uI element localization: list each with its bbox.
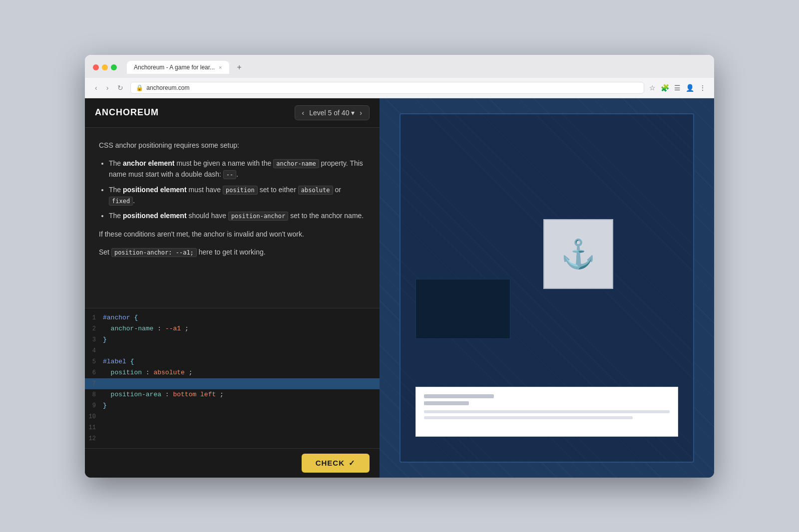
prop-2: position [111, 369, 142, 376]
preview-background: ⚓ [380, 98, 714, 478]
anchor-icon: ⚓ [561, 238, 596, 270]
line-num-2: 2 [85, 325, 103, 332]
val-1: --a1 [165, 325, 181, 332]
check-button[interactable]: CHECK ✓ [302, 454, 370, 473]
menu-icon[interactable]: ☰ [674, 84, 681, 92]
bullet-3: The positioned element should have posit… [109, 210, 366, 221]
line-content-2: anchor-name : --a1 ; [103, 325, 380, 332]
line-num-9: 9 [85, 402, 103, 409]
val-2: absolute [153, 369, 184, 376]
semi-3: ; [220, 391, 224, 398]
colon-1: : [157, 325, 165, 332]
line-content-7[interactable] [103, 380, 380, 387]
intro-text: CSS anchor positioning requires some set… [99, 140, 366, 151]
code-line-6: 6 position : absolute ; [85, 367, 380, 378]
tab-add-icon[interactable]: + [237, 63, 242, 72]
bookmark-icon[interactable]: ☆ [649, 84, 656, 92]
code-line-8: 8 position-area : bottom left ; [85, 389, 380, 400]
line-content-12 [103, 435, 380, 442]
back-button[interactable]: ‹ [93, 83, 99, 93]
prop-3: position-area [111, 391, 161, 398]
check-bar: CHECK ✓ [85, 448, 380, 478]
level-nav: ‹ Level 5 of 40 ▾ › [295, 105, 370, 120]
bullet-1: The anchor element must be given a name … [109, 158, 366, 180]
line-num-1: 1 [85, 314, 103, 321]
line-num-11: 11 [85, 424, 103, 431]
bold-anchor-element: anchor element [123, 159, 174, 167]
semi-1: ; [185, 325, 189, 332]
browser-titlebar: Anchoreum - A game for lear... × + [85, 55, 714, 78]
label-line-1 [424, 394, 494, 398]
left-panel: ANCHOREUM ‹ Level 5 of 40 ▾ › CSS anchor… [85, 98, 380, 478]
bold-positioned-element-1: positioned element [123, 186, 187, 194]
line-num-6: 6 [85, 369, 103, 376]
code-editor[interactable]: 1 #anchor { 2 anchor-name : --a1 ; [85, 308, 380, 448]
line-content-4 [103, 347, 380, 354]
checkmark-icon: ✓ [349, 459, 356, 468]
dark-box [415, 279, 510, 339]
code-line-2: 2 anchor-name : --a1 ; [85, 323, 380, 334]
url-text: anchoreum.com [146, 84, 189, 91]
traffic-lights [93, 64, 117, 70]
line-num-7: 7 [85, 380, 103, 387]
line-content-6: position : absolute ; [103, 369, 380, 376]
bullet-2: The positioned element must have positio… [109, 184, 366, 207]
code-line-9: 9 } [85, 400, 380, 411]
code-line-7[interactable]: 7 [85, 378, 380, 389]
semi-2: ; [189, 369, 193, 376]
selector-2: #label [103, 358, 126, 365]
line-content-8: position-area : bottom left ; [103, 391, 380, 398]
toolbar-icons: ☆ 🧩 ☰ 👤 ⋮ [649, 84, 706, 92]
colon-2: : [146, 369, 154, 376]
line-content-3: } [103, 336, 380, 343]
line-content-1: #anchor { [103, 314, 380, 321]
next-level-button[interactable]: › [360, 109, 362, 117]
code-double-dash: -- [223, 170, 236, 179]
code-absolute: absolute [298, 186, 333, 195]
line-num-3: 3 [85, 336, 103, 343]
code-anchor-name: anchor-name [273, 159, 319, 168]
label-line-3 [424, 410, 670, 413]
right-panel: ⚓ [380, 98, 714, 478]
close-button[interactable] [93, 64, 99, 70]
tab-close-icon[interactable]: × [219, 64, 222, 70]
label-element [415, 387, 678, 437]
code-fixed: fixed [109, 197, 133, 206]
code-position-anchor-value: position-anchor: --a1; [111, 248, 197, 257]
selector-1: #anchor [103, 314, 130, 321]
label-line-2 [424, 401, 469, 405]
refresh-button[interactable]: ↻ [115, 83, 125, 93]
level-indicator[interactable]: Level 5 of 40 ▾ [309, 109, 355, 117]
colon-3: : [165, 391, 173, 398]
line-num-4: 4 [85, 347, 103, 354]
line-num-5: 5 [85, 358, 103, 365]
line-content-11 [103, 424, 380, 431]
profile-icon[interactable]: 👤 [686, 84, 694, 92]
preview-frame: ⚓ [400, 113, 694, 463]
code-position: position [223, 186, 258, 195]
address-bar[interactable]: 🔒 anchoreum.com [130, 82, 644, 94]
footer-text-2: Set position-anchor: --a1; here to get i… [99, 247, 366, 258]
prev-level-button[interactable]: ‹ [302, 109, 305, 117]
forward-button[interactable]: › [104, 83, 111, 93]
bold-positioned-element-2: positioned element [123, 212, 187, 220]
line-content-5: #label { [103, 358, 380, 365]
code-line-5: 5 #label { [85, 356, 380, 367]
footer-set-text: Set [99, 248, 111, 256]
maximize-button[interactable] [111, 64, 117, 70]
more-icon[interactable]: ⋮ [699, 84, 706, 92]
tab-title: Anchoreum - A game for lear... [134, 64, 215, 71]
line-num-8: 8 [85, 391, 103, 398]
app-header: ANCHOREUM ‹ Level 5 of 40 ▾ › [85, 98, 380, 128]
line-content-10 [103, 413, 380, 420]
code-line-12: 12 [85, 433, 380, 444]
minimize-button[interactable] [102, 64, 108, 70]
footer-text-1: If these conditions aren't met, the anch… [99, 229, 366, 240]
browser-tab[interactable]: Anchoreum - A game for lear... × [127, 61, 229, 74]
code-line-3: 3 } [85, 334, 380, 345]
extensions-icon[interactable]: 🧩 [661, 84, 669, 92]
anchor-element: ⚓ [543, 219, 613, 289]
code-line-10: 10 [85, 411, 380, 422]
lock-icon: 🔒 [136, 84, 143, 91]
code-line-1: 1 #anchor { [85, 312, 380, 323]
